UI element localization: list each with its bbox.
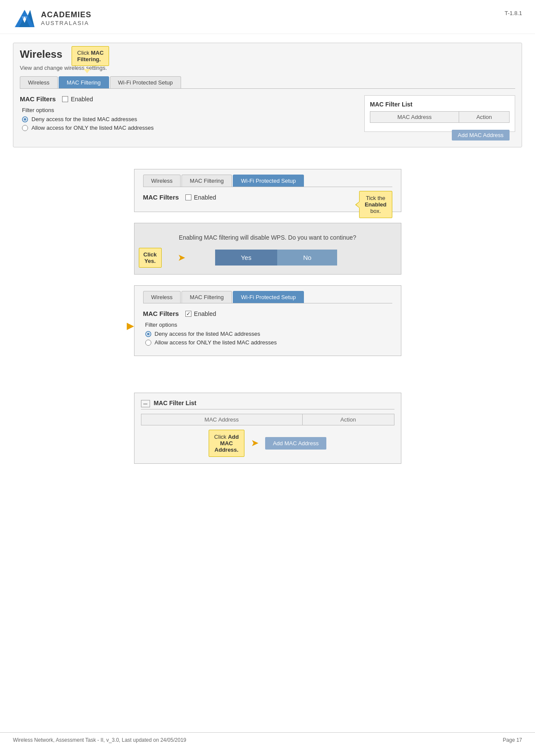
filter-options-1: Filter options Deny access for the liste… [22, 107, 356, 131]
tabs-row-4: Wireless MAC Filtering Wi-Fi Protected S… [143, 291, 392, 303]
filter-option-deny-label-4: Deny access for the listed MAC addresses [155, 331, 260, 337]
tooltip-arrow [84, 69, 91, 73]
radio-deny-4[interactable] [145, 331, 151, 337]
main-content: Wireless Click MACFiltering. View and ch… [0, 34, 535, 485]
add-mac-address-btn-5[interactable]: Add MAC Address [265, 437, 326, 450]
panel-right-1: MAC Filter List MAC Address Action [364, 95, 515, 141]
mac-address-col-1: MAC Address [370, 112, 459, 123]
radio-deny-1[interactable] [22, 116, 28, 122]
checkbox-unchecked-2[interactable] [185, 194, 191, 200]
arrow-indicator-4: ▶ [127, 320, 134, 331]
tab-wifi-protected-1[interactable]: Wi-Fi Protected Setup [110, 76, 181, 88]
panel-title: Wireless [20, 48, 63, 60]
footer-page-number: Page 17 [503, 737, 522, 743]
mac-filters-label-1: MAC Filters [20, 95, 56, 103]
tab-wireless-2[interactable]: Wireless [143, 175, 181, 187]
wireless-panel-1: Wireless Click MACFiltering. View and ch… [13, 43, 522, 147]
tabs-row-1: Wireless MAC Filtering Wi-Fi Protected S… [20, 76, 515, 89]
filter-option-deny-label-1: Deny access for the listed MAC addresses [31, 116, 137, 122]
radio-allow-4[interactable] [145, 340, 151, 346]
version-label: T-1.8.1 [505, 8, 522, 16]
action-col-1: Action [459, 112, 509, 123]
tab-mac-filtering-2[interactable]: MAC Filtering [181, 175, 232, 187]
add-mac-btn-1[interactable]: Add MAC Address [452, 130, 510, 141]
filter-option-2-4[interactable]: Allow access for ONLY the listed MAC add… [145, 339, 392, 346]
mac-filters-row-1: MAC Filters Enabled [20, 95, 356, 103]
checkbox-unchecked-1[interactable] [62, 96, 68, 102]
mac-filter-box-5: ─ MAC Filter List MAC Address Action Cli… [134, 393, 401, 464]
logo-icon [13, 8, 37, 29]
mac-filter-list-title-5: ─ MAC Filter List [141, 400, 394, 409]
enabled-label-1: Enabled [71, 96, 93, 103]
australasia-label: AUSTRALASIA [41, 20, 91, 27]
mac-filters-label-4: MAC Filters [143, 310, 179, 317]
filter-option-allow-label-1: Allow access for ONLY the listed MAC add… [31, 125, 153, 131]
action-col-5: Action [302, 414, 394, 425]
radio-allow-1[interactable] [22, 125, 28, 131]
section-2: Wireless MAC Filtering Wi-Fi Protected S… [13, 169, 522, 212]
click-mac-filtering-tooltip: Click MACFiltering. [72, 46, 109, 66]
tab-wireless-1[interactable]: Wireless [20, 76, 58, 88]
section-1-panel: Wireless Click MACFiltering. View and ch… [13, 43, 522, 147]
filter-option-1-4[interactable]: Deny access for the listed MAC addresses [145, 331, 392, 337]
enabled-label-4: Enabled [194, 310, 216, 317]
click-add-tooltip-5: Click AddMACAddress. [209, 430, 244, 457]
filter-option-2-1[interactable]: Allow access for ONLY the listed MAC add… [22, 125, 356, 131]
footer-left-text: Wireless Network, Assessment Task - II, … [13, 737, 186, 743]
logo-text: ACADEMIES AUSTRALASIA [41, 10, 91, 26]
tick-enabled-tooltip: Tick theEnabledbox. [359, 191, 392, 218]
tab-wireless-4[interactable]: Wireless [143, 291, 181, 303]
section-5: ─ MAC Filter List MAC Address Action Cli… [13, 393, 522, 464]
section-3: Enabling MAC filtering will disable WPS.… [13, 223, 522, 275]
page-header: ACADEMIES AUSTRALASIA T-1.8.1 [0, 0, 535, 34]
tab-wifi-protected-2[interactable]: Wi-Fi Protected Setup [233, 175, 304, 187]
filter-options-label-4: Filter options [145, 322, 392, 328]
mac-filters-row-2: MAC Filters Enabled [143, 194, 392, 201]
panel-body-1: MAC Filters Enabled Filter options Deny … [20, 95, 515, 141]
dialog-buttons-3: ClickYes. ➤ Yes No [143, 250, 392, 266]
filter-options-4: Filter options Deny access for the liste… [145, 322, 392, 346]
enabled-panel-4: ▶ Wireless MAC Filtering Wi-Fi Protected… [134, 285, 401, 356]
tabs-row-2: Wireless MAC Filtering Wi-Fi Protected S… [143, 175, 392, 187]
filter-option-allow-label-4: Allow access for ONLY the listed MAC add… [155, 339, 277, 346]
checkbox-checked-4[interactable] [185, 311, 191, 317]
click-yes-tooltip: ClickYes. [139, 248, 162, 268]
yes-button[interactable]: Yes [215, 250, 277, 266]
enabled-checkbox-4[interactable]: Enabled [185, 310, 216, 317]
tab-wifi-protected-4[interactable]: Wi-Fi Protected Setup [233, 291, 304, 303]
mac-table-5: MAC Address Action [141, 414, 394, 425]
dialog-text-3: Enabling MAC filtering will disable WPS.… [143, 234, 392, 241]
filter-options-label-1: Filter options [22, 107, 356, 113]
mini-panel-2: Wireless MAC Filtering Wi-Fi Protected S… [134, 169, 401, 212]
panel-left-1: MAC Filters Enabled Filter options Deny … [20, 95, 356, 141]
dialog-panel-3: Enabling MAC filtering will disable WPS.… [134, 223, 401, 275]
no-button[interactable]: No [277, 250, 337, 266]
section-4: ▶ Wireless MAC Filtering Wi-Fi Protected… [13, 285, 522, 356]
mac-filters-label-2: MAC Filters [143, 194, 179, 201]
mac-filter-list-1: MAC Filter List MAC Address Action [364, 95, 515, 132]
academies-label: ACADEMIES [41, 10, 91, 20]
arrow-to-add-btn: ➤ [251, 437, 259, 449]
add-mac-section-5: Click AddMACAddress. ➤ Add MAC Address [141, 430, 394, 457]
page-footer: Wireless Network, Assessment Task - II, … [0, 732, 535, 747]
mac-address-col-5: MAC Address [141, 414, 302, 425]
arrow-to-yes: ➤ [178, 252, 185, 263]
mac-filter-list-title-1: MAC Filter List [370, 101, 510, 108]
filter-option-1-1[interactable]: Deny access for the listed MAC addresses [22, 116, 356, 122]
tab-mac-filtering-1[interactable]: MAC Filtering [59, 76, 109, 88]
enabled-label-2: Enabled [194, 194, 216, 201]
logo-container: ACADEMIES AUSTRALASIA [13, 8, 91, 29]
tab-mac-filtering-4[interactable]: MAC Filtering [181, 291, 232, 303]
enabled-checkbox-2[interactable]: Enabled [185, 194, 216, 201]
mac-filters-row-4: MAC Filters Enabled [143, 310, 392, 317]
mac-table-1: MAC Address Action [370, 111, 510, 123]
enabled-checkbox-1[interactable]: Enabled [62, 96, 93, 103]
